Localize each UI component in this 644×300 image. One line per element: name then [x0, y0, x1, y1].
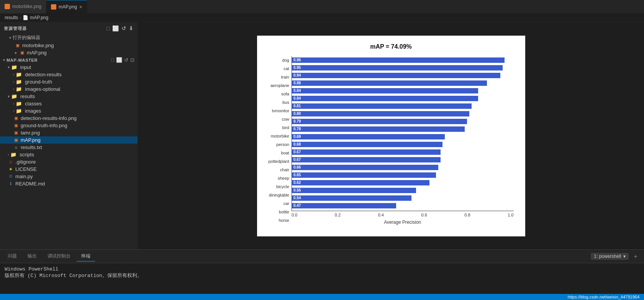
chart-label-person: person — [276, 141, 289, 149]
bar-value-sheep: 0.66 — [292, 165, 301, 169]
tree-folder-detection-results[interactable]: › 📁 detection-results — [0, 71, 138, 78]
bar-value-sofa: 0.84 — [292, 89, 301, 93]
bar-row-train: 0.94 — [292, 72, 514, 79]
bar-person: 0.69 — [292, 134, 445, 139]
tab-problems[interactable]: 问题 — [3, 251, 21, 262]
bar-value-cat: 0.95 — [292, 66, 301, 70]
chevron-right-icon-6: › — [8, 152, 9, 157]
tree-folder-scripts-label: scripts — [20, 152, 34, 157]
terminal-add-icon[interactable]: ＋ — [630, 252, 641, 261]
bar-row-motorbike: 0.78 — [292, 125, 514, 133]
chart-bars-container: 0.960.950.940.880.840.840.810.800.790.78… — [292, 56, 514, 225]
terminal-section: 问题 输出 调试控制台 终端 1: powershell ▾ ＋ Windows… — [0, 249, 644, 300]
close-tab-icon[interactable]: × — [79, 4, 82, 10]
new-folder-project-icon[interactable]: ⬜ — [116, 57, 122, 63]
chart-label-cow: cow — [282, 115, 289, 124]
dots-project-icon[interactable]: ⊡ — [130, 57, 134, 63]
tree-folder-ground-truth[interactable]: › 📁 ground-truth — [0, 78, 138, 85]
chart-label-chair: chair — [280, 166, 289, 174]
footer-url[interactable]: https://blog.csdn.net/weixin_44791964 — [568, 295, 639, 299]
tree-file-ground-truth-info[interactable]: ▣ ground-truth-info.png — [0, 122, 138, 129]
bar-chair: 0.67 — [292, 157, 441, 162]
bar-value-diningtable: 0.62 — [292, 180, 301, 185]
tree-file-readme[interactable]: ℹ README.md — [0, 180, 138, 187]
tree-file-lamr-label: lamr.png — [21, 130, 40, 136]
tree-folder-detection-results-label: detection-results — [25, 72, 61, 77]
new-folder-icon[interactable]: ⬜ — [112, 25, 119, 31]
png-icon-2 — [51, 4, 56, 10]
git-icon: ◇ — [8, 159, 14, 165]
png-icon-4: ▣ — [13, 123, 19, 128]
terminal-line-2: 版权所有 (C) Microsoft Corporation。保留所有权利。 — [5, 272, 639, 279]
open-file-mAP[interactable]: ● ▣ mAP.png — [0, 49, 138, 56]
bar-row-car: 0.56 — [292, 187, 514, 194]
bar-value-train: 0.94 — [292, 73, 301, 77]
bar-row-chair: 0.67 — [292, 156, 514, 164]
tree-file-gitignore[interactable]: ◇ .gitignore — [0, 158, 138, 166]
chevron-right-icon-2: › — [13, 80, 14, 84]
tab-output[interactable]: 输出 — [23, 251, 41, 262]
tree-file-main-py[interactable]: ⚙ main.py — [0, 173, 138, 180]
png-icon-3: ▣ — [13, 116, 19, 121]
new-file-icon[interactable]: □ — [107, 25, 110, 31]
tree-file-results-txt[interactable]: ≡ results.txt — [0, 144, 138, 151]
chevron-down-icon: ▾ — [9, 36, 11, 40]
tree-file-license[interactable]: ★ LICENSE — [0, 166, 138, 173]
breadcrumb-results[interactable]: results — [5, 15, 18, 20]
open-file-motorbike[interactable]: ▣ motorbike.png — [0, 42, 138, 49]
tree-folder-images-optional[interactable]: › 📁 images-optional — [0, 85, 138, 93]
tree-file-detection-results-info-label: detection-results-info.png — [21, 115, 77, 121]
tree-file-lamr[interactable]: ▣ lamr.png — [0, 129, 138, 136]
tab-mAP[interactable]: mAP.png × — [46, 0, 87, 13]
tree-folder-scripts[interactable]: › 📁 scripts — [0, 151, 138, 158]
open-file-motorbike-label: motorbike.png — [22, 43, 54, 48]
breadcrumb: results › 📄mAP.png — [0, 13, 644, 22]
image-container[interactable]: mAP = 74.09% dogcattrainaeroplanesofabus… — [138, 22, 644, 249]
chart-label-boat: boat — [281, 149, 289, 157]
project-section[interactable]: ▾ MAP-MASTER □ ⬜ ↺ ⊡ — [0, 56, 138, 64]
bar-row-boat: 0.68 — [292, 141, 514, 148]
tree-folder-ground-truth-label: ground-truth — [25, 79, 52, 85]
new-file-project-icon[interactable]: □ — [111, 57, 114, 63]
bar-value-cow: 0.80 — [292, 111, 301, 116]
tree-folder-images-label: images — [25, 108, 41, 114]
terminal-footer: https://blog.csdn.net/weixin_44791964 — [0, 294, 644, 300]
bar-value-bicycle: 0.65 — [292, 173, 301, 177]
bar-cat: 0.95 — [292, 65, 503, 70]
open-editors-section[interactable]: ▾ 打开的编辑器 — [0, 34, 138, 42]
tab-terminal[interactable]: 终端 — [77, 251, 95, 262]
breadcrumb-sep: › — [20, 15, 21, 20]
terminal-tabs: 问题 输出 调试控制台 终端 1: powershell ▾ ＋ — [0, 250, 644, 263]
project-label: MAP-MASTER — [7, 58, 38, 62]
chevron-down-project-icon: ▾ — [3, 58, 5, 62]
tree-folder-classes[interactable]: › 📁 classes — [0, 100, 138, 107]
x-axis-label: Average Precision — [292, 220, 514, 225]
bar-diningtable: 0.62 — [292, 180, 429, 185]
bar-row-tvmonitor: 0.81 — [292, 102, 514, 110]
breadcrumb-file[interactable]: 📄mAP.png — [23, 15, 48, 20]
refresh-icon[interactable]: ↺ — [121, 25, 126, 31]
terminal-panel-label[interactable]: 1: powershell ▾ — [591, 253, 629, 260]
collapse-icon[interactable]: ⬇ — [129, 25, 134, 31]
tab-debug-console[interactable]: 调试控制台 — [43, 251, 75, 262]
tree-folder-input[interactable]: ▾ 📁 input — [0, 64, 138, 71]
tree-file-detection-results-info[interactable]: ▣ detection-results-info.png — [0, 115, 138, 122]
chart-label-aeroplane: aeroplane — [270, 82, 289, 90]
tree-file-gitignore-label: .gitignore — [15, 159, 36, 165]
tree-folder-images[interactable]: › 📁 images — [0, 107, 138, 115]
terminal-body[interactable]: Windows PowerShell 版权所有 (C) Microsoft Co… — [0, 263, 644, 294]
bar-row-bicycle: 0.65 — [292, 171, 514, 179]
tree-folder-results[interactable]: ▾ 📁 results — [0, 93, 138, 100]
bar-car: 0.56 — [292, 188, 416, 193]
bar-value-pottedplant: 0.67 — [292, 150, 301, 154]
bar-pottedplant: 0.67 — [292, 149, 441, 155]
tree-file-mAP[interactable]: ▣ mAP.png — [0, 136, 138, 144]
folder-icon: 📁 — [11, 64, 17, 70]
tab-motorbike[interactable]: motorbike.png — [0, 0, 46, 13]
x-tick-0.4: 0.4 — [378, 213, 384, 217]
txt-icon: ≡ — [13, 145, 19, 150]
folder-icon-6: 📁 — [16, 101, 22, 107]
refresh-project-icon[interactable]: ↺ — [124, 57, 128, 63]
folder-icon-8: 📁 — [10, 152, 16, 157]
chart-label-motorbike: motorbike — [271, 132, 289, 141]
